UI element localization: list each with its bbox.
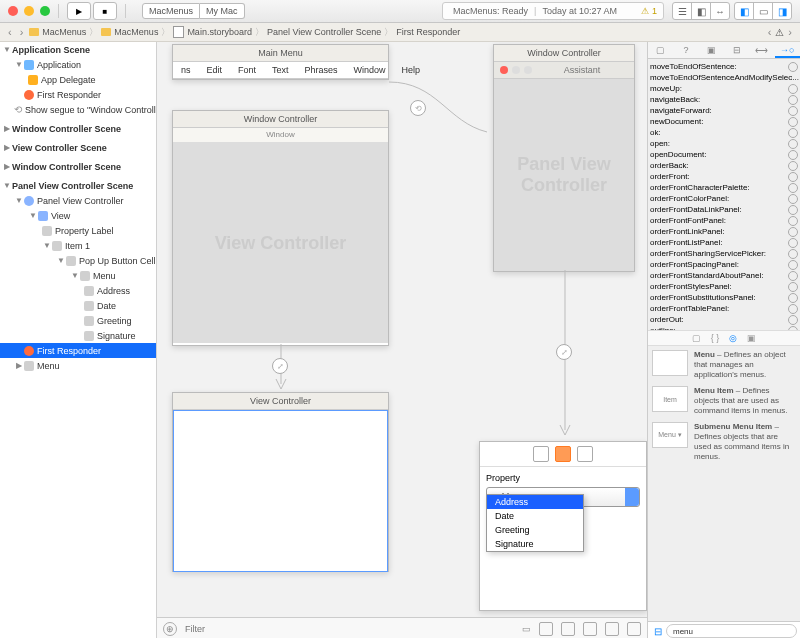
action-row[interactable]: orderFrontListPanel: <box>650 237 798 248</box>
resolve-icon[interactable] <box>627 622 641 636</box>
action-row[interactable]: orderFrontColorPanel: <box>650 193 798 204</box>
item-menu-top[interactable]: ▶Menu <box>0 358 156 373</box>
run-button[interactable]: ▶ <box>67 2 91 20</box>
item-segue[interactable]: ⟲Show segue to "Window Controller" <box>0 102 156 117</box>
scene-application[interactable]: ▼Application Scene <box>0 42 156 57</box>
item-menu-address[interactable]: Address <box>0 283 156 298</box>
action-row[interactable]: orderFrontDataLinkPanel: <box>650 204 798 215</box>
action-row[interactable]: ok: <box>650 127 798 138</box>
menu-help[interactable]: Help <box>394 62 429 78</box>
action-row[interactable]: orderFrontLinkPanel: <box>650 226 798 237</box>
scene-window-controller[interactable]: ▶Window Controller Scene <box>0 121 156 136</box>
item-panel-vc[interactable]: ▼Panel View Controller <box>0 193 156 208</box>
menu-text[interactable]: Text <box>264 62 297 78</box>
menu-font[interactable]: Font <box>230 62 264 78</box>
connections-list[interactable]: moveToEndOfSentence:moveToEndOfSentenceA… <box>648 59 800 330</box>
standard-editor-icon[interactable]: ☰ <box>673 3 691 19</box>
forward-button[interactable]: › <box>16 26 28 38</box>
tab-attributes[interactable]: ⊟ <box>724 42 749 58</box>
first-responder-object-icon[interactable] <box>555 446 571 462</box>
popup-item-address[interactable]: Address <box>487 495 583 509</box>
action-row[interactable]: orderFrontSpacingPanel: <box>650 259 798 270</box>
action-row[interactable]: orderFront: <box>650 171 798 182</box>
action-row[interactable]: orderFrontStylesPanel: <box>650 281 798 292</box>
object-library[interactable]: Menu – Defines an object that manages an… <box>648 346 800 621</box>
item-property-label[interactable]: Property Label <box>0 223 156 238</box>
tab-size[interactable]: ⟷ <box>749 42 774 58</box>
history-forward[interactable]: › <box>784 26 796 38</box>
crumb-group[interactable]: MacMenus <box>114 27 158 37</box>
code-tab-icon[interactable]: { } <box>711 333 720 343</box>
action-row[interactable]: navigateForward: <box>650 105 798 116</box>
media-tab-icon[interactable]: ▣ <box>747 333 756 343</box>
library-view-mode-icon[interactable]: ⊟ <box>654 626 662 637</box>
version-editor-icon[interactable]: ↔ <box>710 3 729 19</box>
tab-file[interactable]: ▢ <box>648 42 673 58</box>
item-menu-date[interactable]: Date <box>0 298 156 313</box>
editor-mode-switcher[interactable]: ☰ ◧ ↔ <box>672 2 730 20</box>
library-filter-input[interactable] <box>666 624 797 638</box>
view-controller-view[interactable] <box>173 410 388 572</box>
menu-window[interactable]: Window <box>346 62 394 78</box>
vc-object-icon[interactable] <box>533 446 549 462</box>
filter-input[interactable] <box>183 623 267 635</box>
main-menu-bar[interactable]: ns Edit Font Text Phrases Window Help <box>173 62 388 79</box>
panel-visibility[interactable]: ◧ ▭ ◨ <box>734 2 792 20</box>
action-row[interactable]: open: <box>650 138 798 149</box>
tab-identity[interactable]: ▣ <box>699 42 724 58</box>
popup-item-date[interactable]: Date <box>487 509 583 523</box>
crumb-scene[interactable]: Panel View Controller Scene <box>267 27 381 37</box>
action-row[interactable]: moveToEndOfSentence: <box>650 61 798 72</box>
action-row[interactable]: orderFrontTablePanel: <box>650 303 798 314</box>
popup-menu-open[interactable]: Address Date Greeting Signature <box>486 494 584 552</box>
crumb-file[interactable]: Main.storyboard <box>187 27 252 37</box>
action-row[interactable]: moveToEndOfSentenceAndModifySelec... <box>650 72 798 83</box>
item-first-responder[interactable]: First Responder <box>0 87 156 102</box>
action-row[interactable]: orderFrontSharingServicePicker: <box>650 248 798 259</box>
inspector-tabs[interactable]: ▢ ? ▣ ⊟ ⟷ →○ <box>648 42 800 59</box>
file-template-tab-icon[interactable]: ▢ <box>692 333 701 343</box>
tab-help[interactable]: ? <box>673 42 698 58</box>
scene-dock[interactable] <box>480 442 646 467</box>
library-item[interactable]: Menu ▾Submenu Menu Item – Defines object… <box>652 422 796 462</box>
item-application[interactable]: ▼Application <box>0 57 156 72</box>
item-menu-greeting[interactable]: Greeting <box>0 313 156 328</box>
item-view[interactable]: ▼View <box>0 208 156 223</box>
item-app-delegate[interactable]: App Delegate <box>0 72 156 87</box>
close-icon[interactable] <box>500 66 508 74</box>
menu-ns[interactable]: ns <box>173 62 199 78</box>
document-outline[interactable]: ▼Application Scene ▼Application App Dele… <box>0 42 157 638</box>
jumpbar-warning-icon[interactable]: ⚠ <box>775 27 784 38</box>
assistant-editor-icon[interactable]: ◧ <box>691 3 710 19</box>
action-row[interactable]: orderFrontSubstitutionsPanel: <box>650 292 798 303</box>
align-icon[interactable] <box>583 622 597 636</box>
scene-panel-vc[interactable]: ▼Panel View Controller Scene <box>0 178 156 193</box>
popup-item-greeting[interactable]: Greeting <box>487 523 583 537</box>
panel-window-chrome[interactable]: Assistant <box>494 62 634 79</box>
crumb-object[interactable]: First Responder <box>396 27 460 37</box>
item-popup-cell[interactable]: ▼Pop Up Button Cell <box>0 253 156 268</box>
action-row[interactable]: navigateBack: <box>650 94 798 105</box>
window-traffic-lights[interactable] <box>8 6 50 16</box>
popup-item-signature[interactable]: Signature <box>487 537 583 551</box>
scheme-selector[interactable]: MacMenus My Mac <box>142 3 245 19</box>
action-row[interactable]: orderFrontFontPanel: <box>650 215 798 226</box>
interface-builder-canvas[interactable]: Main Menu ns Edit Font Text Phrases Wind… <box>157 42 647 638</box>
menu-edit[interactable]: Edit <box>199 62 231 78</box>
warning-badge[interactable]: ⚠ 1 <box>641 6 657 16</box>
object-tab-icon[interactable]: ◎ <box>729 333 737 343</box>
action-row[interactable]: moveUp: <box>650 83 798 94</box>
library-item[interactable]: ItemMenu Item – Defines objects that are… <box>652 386 796 416</box>
item-popup-menu[interactable]: ▼Menu <box>0 268 156 283</box>
panel-vc-view[interactable]: Property Address Address Date Greeting S… <box>480 467 646 513</box>
left-panel-toggle-icon[interactable]: ◧ <box>735 3 753 19</box>
action-row[interactable]: orderFrontStandardAboutPanel: <box>650 270 798 281</box>
item-item1[interactable]: ▼Item 1 <box>0 238 156 253</box>
containment-segue-node-2[interactable]: ⤢ <box>272 358 288 374</box>
right-panel-toggle-icon[interactable]: ◨ <box>772 3 791 19</box>
device-config-icon[interactable] <box>539 622 553 636</box>
window-titlebar[interactable]: Window <box>173 128 388 143</box>
tab-connections[interactable]: →○ <box>775 42 800 58</box>
zoom-icon[interactable] <box>40 6 50 16</box>
minimize-icon[interactable] <box>24 6 34 16</box>
